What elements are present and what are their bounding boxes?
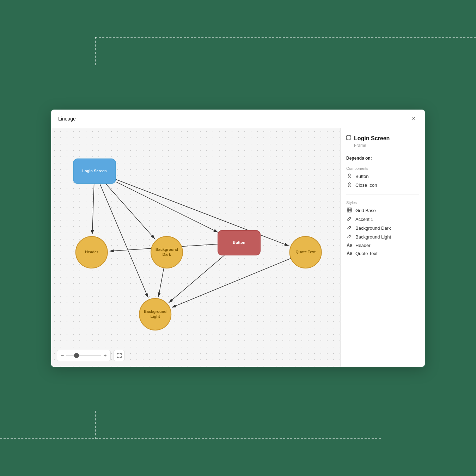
- graph-canvas[interactable]: Login ScreenHeaderBackgroundDarkButtonQu…: [51, 128, 340, 367]
- svg-line-5: [100, 183, 148, 297]
- svg-line-2: [105, 183, 155, 239]
- svg-rect-36: [348, 185, 350, 187]
- svg-text:Login Screen: Login Screen: [82, 168, 107, 173]
- text-style-icon-quote: Aa: [346, 251, 353, 256]
- paint-icon-bglight: [346, 234, 353, 240]
- svg-text:Quote Text: Quote Text: [295, 249, 316, 254]
- style-accent1-label: Accent 1: [355, 217, 373, 222]
- component-icon-button: [346, 173, 353, 179]
- zoom-in-button[interactable]: +: [103, 353, 106, 358]
- depends-on-label: Depends on:: [346, 156, 419, 161]
- style-grid-base-label: Grid Base: [355, 208, 376, 213]
- svg-text:Header: Header: [85, 249, 98, 254]
- paint-icon-accent1: [346, 216, 353, 222]
- panel-node-type: Frame: [354, 143, 419, 148]
- zoom-slider[interactable]: [66, 355, 101, 356]
- text-style-icon-header: Aa: [346, 243, 353, 248]
- svg-line-46: [349, 217, 351, 219]
- lineage-dialog: Lineage × Login ScreenHeaderBackgroundDa…: [51, 110, 425, 367]
- svg-text:Button: Button: [233, 240, 245, 244]
- dashed-border-top: [95, 37, 476, 38]
- svg-text:Background: Background: [144, 309, 166, 313]
- svg-line-9: [172, 258, 291, 307]
- svg-line-47: [349, 226, 351, 228]
- dashed-left-top: [95, 37, 96, 65]
- svg-line-6: [159, 268, 164, 297]
- graph-svg: Login ScreenHeaderBackgroundDarkButtonQu…: [51, 128, 340, 367]
- style-quote-text: Aa Quote Text: [346, 251, 419, 256]
- grid-icon: [346, 208, 353, 214]
- svg-rect-34: [348, 176, 350, 178]
- svg-rect-35: [348, 183, 350, 185]
- style-header: Aa Header: [346, 243, 419, 248]
- svg-text:Background: Background: [155, 247, 178, 251]
- frame-icon: [346, 135, 351, 141]
- component-icon-close: [346, 182, 353, 188]
- zoom-out-button[interactable]: −: [61, 353, 64, 358]
- styles-label: Styles: [346, 200, 419, 205]
- style-grid-base: Grid Base: [346, 208, 419, 214]
- canvas-controls: − +: [57, 350, 125, 361]
- style-bg-dark-label: Background Dark: [355, 225, 391, 231]
- style-bg-light: Background Light: [346, 234, 419, 240]
- svg-line-48: [349, 235, 351, 236]
- panel-node-title: Login Screen: [354, 135, 390, 142]
- svg-rect-24: [347, 136, 351, 140]
- paint-icon-bgdark: [346, 225, 353, 231]
- dashed-left-bottom: [95, 411, 96, 439]
- right-panel: Login Screen Frame Depends on: Component…: [340, 128, 425, 367]
- style-bg-light-label: Background Light: [355, 234, 391, 240]
- components-label: Components: [346, 166, 419, 171]
- style-header-label: Header: [355, 243, 371, 248]
- panel-divider-1: [346, 194, 419, 195]
- dashed-border-bottom: [0, 438, 381, 439]
- dialog-header: Lineage ×: [51, 110, 425, 128]
- dialog-body: Login ScreenHeaderBackgroundDarkButtonQu…: [51, 128, 425, 367]
- zoom-control: − +: [57, 350, 111, 361]
- dialog-title: Lineage: [58, 116, 76, 122]
- component-button: Button: [346, 173, 419, 179]
- component-close-icon-label: Close Icon: [355, 183, 377, 188]
- component-button-label: Button: [355, 174, 369, 179]
- svg-line-1: [92, 183, 94, 234]
- svg-line-4: [116, 179, 289, 246]
- svg-rect-45: [349, 209, 350, 211]
- style-quote-text-label: Quote Text: [355, 251, 378, 256]
- style-accent1: Accent 1: [346, 216, 419, 222]
- svg-text:Dark: Dark: [163, 252, 171, 256]
- panel-node-header: Login Screen: [346, 135, 419, 142]
- svg-rect-33: [348, 174, 350, 176]
- style-bg-dark: Background Dark: [346, 225, 419, 231]
- component-close-icon: Close Icon: [346, 182, 419, 188]
- fullscreen-button[interactable]: [114, 350, 125, 361]
- fullscreen-icon: [117, 353, 122, 358]
- close-button[interactable]: ×: [409, 115, 418, 123]
- svg-line-3: [116, 181, 218, 232]
- svg-text:Light: Light: [151, 314, 160, 318]
